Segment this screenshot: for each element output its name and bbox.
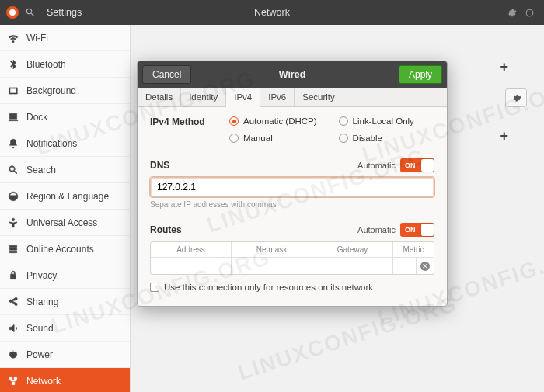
sidebar-item-label: Wi-Fi: [26, 33, 48, 43]
wired-connection-dialog: Cancel Wired Apply DetailsIdentityIPv4IP…: [137, 61, 448, 307]
sidebar-item-universal-access[interactable]: Universal Access: [0, 210, 130, 236]
dialog-header: Cancel Wired Apply: [138, 61, 447, 88]
search-icon: [8, 165, 19, 175]
sidebar-item-label: Bluetooth: [26, 59, 66, 70]
sidebar-item-privacy[interactable]: Privacy: [0, 262, 130, 289]
radio-manual[interactable]: Manual: [229, 134, 317, 143]
sidebar-item-label: Sharing: [26, 297, 58, 307]
switch-on-text: ON: [405, 161, 416, 169]
page-title: Network: [254, 7, 290, 18]
tab-ipv4[interactable]: IPv4: [226, 88, 260, 107]
tab-details[interactable]: Details: [138, 88, 181, 106]
tab-security[interactable]: Security: [295, 88, 343, 106]
routes-col-netmask: Netmask: [232, 242, 312, 257]
sidebar-item-background[interactable]: Background: [0, 78, 130, 104]
sidebar-item-label: Region & Language: [26, 191, 109, 202]
app-title: Settings: [47, 7, 82, 18]
sidebar-item-dock[interactable]: Dock: [0, 104, 130, 130]
ubuntu-logo-icon: [6, 6, 19, 19]
power-icon: [8, 349, 19, 360]
accounts-icon: [8, 244, 19, 255]
radio-link-local[interactable]: Link-Local Only: [339, 116, 414, 126]
sidebar-item-label: Online Accounts: [26, 244, 94, 255]
globe-icon: [8, 191, 19, 202]
routes-automatic-switch[interactable]: ON: [400, 223, 434, 237]
sound-icon: [8, 323, 19, 334]
search-icon[interactable]: [25, 7, 36, 18]
route-metric-cell[interactable]: [393, 258, 417, 274]
radio-label: Link-Local Only: [353, 116, 414, 126]
sidebar-item-label: Sound: [26, 323, 54, 334]
sidebar-item-wi-fi[interactable]: Wi-Fi: [0, 25, 130, 51]
dns-automatic-switch[interactable]: ON: [400, 158, 434, 172]
ipv4-method-label: IPv4 Method: [150, 116, 212, 127]
cancel-button[interactable]: Cancel: [142, 65, 191, 84]
routes-section-label: Routes: [150, 224, 182, 235]
only-for-network-label: Use this connection only for resources o…: [164, 283, 373, 292]
bell-icon: [8, 138, 19, 149]
sidebar-item-label: Background: [26, 85, 76, 96]
settings-sidebar: Wi-FiBluetoothBackgroundDockNotification…: [0, 25, 131, 392]
background-icon: [8, 85, 19, 96]
dns-servers-input[interactable]: [150, 177, 434, 197]
radio-label: Automatic (DHCP): [243, 116, 317, 126]
dialog-tabs: DetailsIdentityIPv4IPv6Security: [138, 88, 447, 107]
route-gateway-cell[interactable]: [312, 258, 393, 274]
network-icon: [8, 376, 19, 387]
switch-on-text: ON: [405, 226, 416, 234]
tab-ipv6[interactable]: IPv6: [260, 88, 295, 106]
lock-icon: [8, 270, 19, 281]
sidebar-item-sharing[interactable]: Sharing: [0, 289, 130, 315]
sidebar-item-network[interactable]: Network: [0, 368, 130, 392]
radio-label: Disable: [353, 134, 382, 143]
add-connection-button[interactable]: +: [495, 128, 513, 144]
radio-disable[interactable]: Disable: [339, 134, 414, 143]
sidebar-item-label: Universal Access: [26, 217, 97, 228]
sidebar-item-label: Notifications: [26, 138, 77, 149]
svg-point-0: [9, 9, 16, 16]
wifi-icon: [8, 33, 19, 43]
connection-settings-button[interactable]: [505, 88, 527, 107]
sidebar-item-label: Search: [26, 165, 56, 175]
routes-table: Address Netmask Gateway Metric ✕: [150, 241, 434, 275]
dialog-title: Wired: [279, 69, 306, 80]
routes-automatic-label: Automatic: [357, 225, 396, 234]
radio-label: Manual: [243, 134, 273, 143]
sidebar-item-search[interactable]: Search: [0, 157, 130, 183]
power-icon[interactable]: [525, 8, 535, 18]
routes-col-gateway: Gateway: [312, 242, 393, 257]
delete-route-button[interactable]: ✕: [420, 262, 430, 271]
routes-col-metric: Metric: [393, 242, 434, 257]
sidebar-item-power[interactable]: Power: [0, 342, 130, 368]
dns-helper-text: Separate IP addresses with commas: [150, 200, 434, 209]
sidebar-item-region-language[interactable]: Region & Language: [0, 183, 130, 210]
radio-automatic-dhcp[interactable]: Automatic (DHCP): [229, 116, 317, 126]
sidebar-item-notifications[interactable]: Notifications: [0, 130, 130, 157]
apply-button[interactable]: Apply: [399, 65, 442, 84]
dns-section-label: DNS: [150, 160, 169, 171]
routes-col-address: Address: [151, 242, 232, 257]
sidebar-item-label: Privacy: [26, 270, 57, 281]
window-titlebar: Settings Network: [0, 0, 544, 25]
dns-automatic-label: Automatic: [357, 161, 396, 170]
route-address-cell[interactable]: [151, 258, 232, 274]
bluetooth-icon: [8, 59, 19, 70]
dock-icon: [8, 112, 19, 123]
sidebar-item-label: Power: [26, 349, 53, 360]
sidebar-item-label: Dock: [26, 112, 47, 123]
sidebar-item-label: Network: [26, 376, 61, 387]
sidebar-item-online-accounts[interactable]: Online Accounts: [0, 236, 130, 262]
sidebar-item-bluetooth[interactable]: Bluetooth: [0, 51, 130, 78]
sidebar-item-sound[interactable]: Sound: [0, 315, 130, 342]
route-netmask-cell[interactable]: [232, 258, 312, 274]
settings-gear-icon[interactable]: [507, 8, 517, 18]
share-icon: [8, 297, 19, 307]
only-for-network-checkbox[interactable]: [150, 283, 159, 292]
access-icon: [8, 217, 19, 228]
tab-identity[interactable]: Identity: [181, 88, 226, 106]
add-wired-button[interactable]: +: [495, 59, 513, 75]
